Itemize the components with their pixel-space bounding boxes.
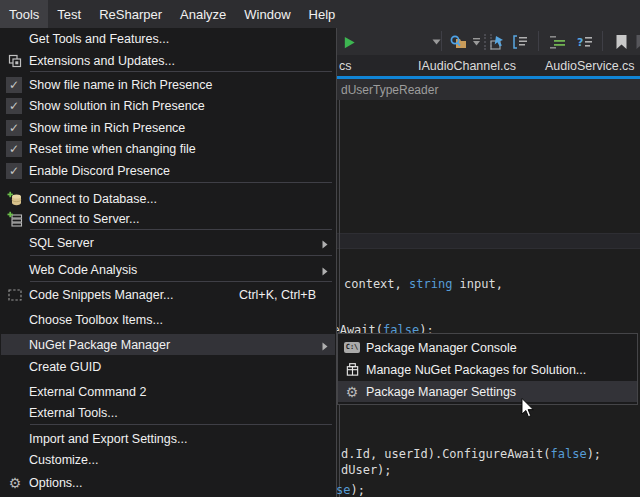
menu-item-external-command-2[interactable]: External Command 2 bbox=[1, 381, 335, 402]
tab-cs[interactable]: cs bbox=[339, 55, 352, 76]
check-slot: ✓ bbox=[1, 95, 29, 116]
checkmark-icon: ✓ bbox=[6, 77, 22, 93]
menu-item-external-tools[interactable]: External Tools... bbox=[1, 402, 335, 423]
menu-item-nuget-package-manager[interactable]: NuGet Package Manager bbox=[1, 334, 335, 355]
submenu-arrow-icon bbox=[322, 238, 328, 252]
editor-left-guide bbox=[339, 100, 340, 497]
code-line-l1: context, string input, bbox=[344, 278, 503, 291]
menu-item-reset-time-when-changing-file[interactable]: ✓Reset time when changing file bbox=[1, 138, 335, 159]
navigation-bar-member[interactable]: dUserTypeReader bbox=[337, 83, 438, 97]
menu-item-label: Options... bbox=[29, 476, 335, 490]
icon-slot-empty bbox=[1, 28, 29, 49]
run-icon[interactable] bbox=[340, 33, 358, 51]
menu-item-create-guid[interactable]: Create GUID bbox=[1, 356, 335, 377]
menu-separator bbox=[30, 281, 332, 282]
bookmark-disabled-icon[interactable] bbox=[632, 33, 640, 51]
menu-item-options[interactable]: ⚙Options... bbox=[1, 472, 335, 493]
comment-question-icon[interactable]: ? bbox=[575, 33, 593, 51]
menu-item-customize[interactable]: Customize... bbox=[1, 449, 335, 470]
menu-item-label: External Command 2 bbox=[29, 385, 335, 399]
editor-line-band bbox=[337, 233, 640, 249]
navigate-back-icon[interactable] bbox=[489, 33, 507, 51]
menu-item-label: Package Manager Console bbox=[366, 341, 637, 355]
menu-item-label: Import and Export Settings... bbox=[29, 432, 335, 446]
extensions-icon bbox=[1, 50, 29, 71]
mouse-cursor bbox=[521, 398, 535, 423]
menubar-item-analyze[interactable]: Analyze bbox=[171, 0, 235, 28]
indent-lines-icon[interactable] bbox=[548, 33, 566, 51]
menu-item-label: Customize... bbox=[29, 453, 335, 467]
tools-dropdown-menu: Get Tools and Features...Extensions and … bbox=[0, 28, 337, 497]
console-icon: C:\ bbox=[338, 337, 366, 358]
menu-separator bbox=[30, 71, 332, 72]
gear-icon: ⚙ bbox=[1, 472, 29, 493]
menu-item-import-and-export-settings[interactable]: Import and Export Settings... bbox=[1, 428, 335, 449]
snippets-icon bbox=[1, 284, 29, 305]
menu-item-extensions-and-updates[interactable]: Extensions and Updates... bbox=[1, 50, 335, 71]
code-segment: false bbox=[551, 447, 587, 461]
menu-item-package-manager-console[interactable]: C:\Package Manager Console bbox=[338, 337, 637, 358]
code-line-l3: d.Id, userId).ConfigureAwait(false); bbox=[341, 448, 601, 461]
submenu-arrow-icon bbox=[322, 340, 328, 354]
menu-item-sql-server[interactable]: SQL Server bbox=[1, 232, 335, 253]
checkmark-icon: ✓ bbox=[6, 120, 22, 136]
menu-item-manage-nuget-packages-for-solution[interactable]: Manage NuGet Packages for Solution... bbox=[338, 359, 637, 380]
visual-studio-window: ToolsTestReSharperAnalyzeWindowHelp DNet… bbox=[0, 0, 640, 497]
code-segment: string bbox=[409, 277, 452, 291]
menu-item-show-time-in-rich-presence[interactable]: ✓Show time in Rich Presence bbox=[1, 117, 335, 138]
svg-text:?: ? bbox=[577, 36, 583, 49]
checkmark-icon: ✓ bbox=[6, 98, 22, 114]
menu-item-enable-discord-presence[interactable]: ✓Enable Discord Presence bbox=[1, 160, 335, 181]
menu-item-code-snippets-manager[interactable]: Code Snippets Manager...Ctrl+K, Ctrl+B bbox=[1, 284, 335, 305]
code-segment: d.Id, userId).ConfigureAwait( bbox=[341, 447, 551, 461]
toolbar-separator bbox=[602, 31, 603, 51]
code-segment: ); bbox=[587, 447, 601, 461]
code-editor[interactable] bbox=[337, 100, 640, 497]
icon-slot-empty bbox=[1, 402, 29, 423]
tab-iaudiochannel-cs[interactable]: IAudioChannel.cs bbox=[418, 55, 516, 76]
menubar-item-tools[interactable]: Tools bbox=[0, 0, 48, 28]
toolbar-separator bbox=[441, 31, 442, 51]
menu-item-label: Show solution in Rich Presence bbox=[29, 99, 335, 113]
gear-icon: ⚙ bbox=[338, 381, 366, 402]
document-lines-icon[interactable] bbox=[511, 33, 529, 51]
menu-item-shortcut: Ctrl+K, Ctrl+B bbox=[239, 288, 316, 302]
menubar-item-test[interactable]: Test bbox=[48, 0, 90, 28]
menu-item-label: Get Tools and Features... bbox=[29, 32, 335, 46]
menubar-item-resharper[interactable]: ReSharper bbox=[90, 0, 171, 28]
menu-item-package-manager-settings[interactable]: ⚙Package Manager Settings bbox=[338, 381, 637, 402]
menu-item-connect-to-server[interactable]: Connect to Server... bbox=[1, 208, 335, 229]
tab-audioservice-cs[interactable]: AudioService.cs bbox=[545, 55, 635, 76]
code-segment: input, bbox=[452, 277, 503, 291]
menu-item-connect-to-database[interactable]: Connect to Database... bbox=[1, 188, 335, 209]
check-slot: ✓ bbox=[1, 160, 29, 181]
checkmark-icon: ✓ bbox=[6, 141, 22, 157]
check-slot: ✓ bbox=[1, 117, 29, 138]
menubar-item-window[interactable]: Window bbox=[235, 0, 299, 28]
editor-navigation-bar[interactable]: dUserTypeReader bbox=[337, 79, 640, 100]
menu-separator bbox=[30, 255, 332, 256]
search-folder-icon[interactable] bbox=[449, 33, 467, 51]
menu-bar: ToolsTestReSharperAnalyzeWindowHelp bbox=[0, 0, 640, 28]
menu-item-label: Code Snippets Manager... bbox=[29, 288, 239, 302]
menu-item-web-code-analysis[interactable]: Web Code Analysis bbox=[1, 259, 335, 280]
code-line-l5: se); bbox=[336, 484, 365, 497]
menu-item-label: Create GUID bbox=[29, 360, 335, 374]
code-line-l4: dUser); bbox=[341, 464, 392, 477]
menu-item-show-solution-in-rich-presence[interactable]: ✓Show solution in Rich Presence bbox=[1, 95, 335, 116]
menu-item-label: Extensions and Updates... bbox=[29, 54, 335, 68]
icon-slot-empty bbox=[1, 334, 29, 355]
code-segment: se bbox=[336, 483, 350, 497]
menu-item-label: Connect to Database... bbox=[29, 192, 335, 206]
config-dropdown-icon[interactable] bbox=[427, 33, 445, 51]
database-add-icon bbox=[1, 188, 29, 209]
toolbar-separator bbox=[538, 31, 539, 51]
menu-item-get-tools-and-features[interactable]: Get Tools and Features... bbox=[1, 28, 335, 49]
menu-item-show-file-name-in-rich-presence[interactable]: ✓Show file name in Rich Presence bbox=[1, 74, 335, 95]
menu-item-choose-toolbox-items[interactable]: Choose Toolbox Items... bbox=[1, 309, 335, 330]
bookmark-icon[interactable] bbox=[612, 33, 630, 51]
checkmark-icon: ✓ bbox=[6, 163, 22, 179]
menubar-item-help[interactable]: Help bbox=[300, 0, 345, 28]
menu-item-label: Enable Discord Presence bbox=[29, 164, 335, 178]
menu-item-label: Manage NuGet Packages for Solution... bbox=[366, 363, 637, 377]
